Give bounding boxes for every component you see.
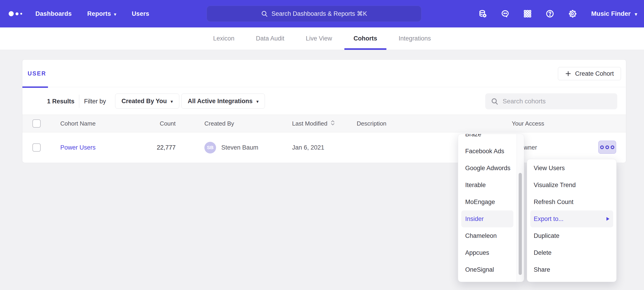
global-search-placeholder: Search Dashboards & Reports ⌘K: [272, 10, 367, 17]
row-context-menu: View Users Visualize Trend Refresh Count: [527, 159, 616, 282]
plus-icon: [565, 70, 572, 77]
filter-row: 1 Results Filter by Created By You ▾ All…: [22, 93, 626, 109]
context-menu-item[interactable]: View Users: [527, 160, 616, 177]
feedback-bubble-icon[interactable]: [501, 9, 510, 18]
row-actions-button[interactable]: [598, 141, 616, 154]
divider: [79, 95, 79, 108]
scrollbar-thumb[interactable]: [519, 173, 522, 275]
top-navbar: Dashboards ▾ Reports ▾ Users ▾ Search Da…: [0, 0, 644, 28]
submenu-arrow-icon: [606, 217, 610, 221]
integrations-filter-dropdown[interactable]: All Active Integrations ▾: [181, 94, 265, 109]
table-header-row: Cohort Name Count Created By Last Modifi…: [22, 115, 626, 132]
search-icon: [261, 10, 268, 17]
create-cohort-button[interactable]: Create Cohort: [558, 67, 621, 80]
export-target-item[interactable]: MoEngage: [458, 194, 524, 210]
cohorts-app: Dashboards ▾ Reports ▾ Users ▾ Search Da…: [0, 0, 644, 290]
row-checkbox[interactable]: [32, 143, 41, 152]
header-your-access: Your Access: [494, 115, 562, 132]
card-header: USER Create Cohort: [22, 60, 626, 87]
help-icon[interactable]: [546, 9, 554, 18]
logo-dot-1: [9, 11, 14, 16]
export-target-item[interactable]: Chameleon: [458, 227, 524, 244]
context-menu-item[interactable]: Visualize Trend: [527, 177, 616, 194]
section-tab[interactable]: Data Audit: [247, 28, 294, 50]
apps-grid-icon[interactable]: [523, 9, 532, 18]
ellipsis-dot: [611, 146, 614, 149]
nav-link[interactable]: Dashboards ▾: [36, 10, 72, 17]
description-cell: [357, 132, 448, 163]
header-count: Count: [118, 115, 176, 132]
results-count: 1 Results: [47, 93, 74, 109]
created-by-filter-dropdown[interactable]: Created By You ▾: [115, 94, 179, 109]
logo-dot-3: [20, 13, 22, 15]
section-tab[interactable]: Cohorts: [344, 28, 386, 50]
nav-links: Dashboards ▾ Reports ▾ Users ▾: [36, 0, 149, 28]
active-tab-underline: [22, 86, 48, 88]
cohort-count: 22,777: [118, 132, 176, 163]
nav-link[interactable]: Users ▾: [132, 10, 149, 17]
data-management-icon[interactable]: [478, 9, 487, 18]
export-target-item[interactable]: Facebook Ads: [458, 143, 524, 160]
select-all-checkbox[interactable]: [32, 119, 41, 128]
global-search-input[interactable]: Search Dashboards & Reports ⌘K: [207, 6, 421, 22]
created-by-name: Steven Baum: [221, 144, 258, 151]
ellipsis-dot: [600, 146, 604, 149]
export-target-item[interactable]: Braze: [458, 134, 524, 143]
project-name: Music Finder: [591, 10, 631, 17]
section-tab[interactable]: Integrations: [390, 28, 440, 50]
section-tab[interactable]: Lexicon: [204, 28, 244, 50]
header-created-by: Created By: [204, 115, 296, 132]
cohort-name-link[interactable]: Power Users: [60, 144, 96, 151]
scrollbar-track[interactable]: [516, 134, 524, 281]
export-target-item[interactable]: Insider: [461, 210, 513, 227]
tab-user-cohorts[interactable]: USER: [28, 60, 46, 87]
last-modified-cell: Jan 6, 2021: [292, 132, 360, 163]
context-menu-item[interactable]: Duplicate: [527, 227, 616, 244]
export-target-item[interactable]: OneSignal: [458, 261, 524, 278]
context-menu-item[interactable]: Refresh Count: [527, 194, 616, 210]
search-cohorts-input[interactable]: Search cohorts: [485, 93, 617, 109]
sort-icon[interactable]: [330, 120, 335, 128]
context-menu-item[interactable]: Delete: [527, 244, 616, 261]
export-target-item[interactable]: Appcues: [458, 244, 524, 261]
context-menu-item[interactable]: Share: [527, 261, 616, 278]
chevron-down-icon: ▾: [171, 99, 173, 104]
section-tab[interactable]: Live View: [297, 28, 341, 50]
export-to-submenu: Braze Facebook Ads Google Adwords Iterab…: [458, 134, 524, 282]
chevron-down-icon: ▾: [114, 12, 116, 17]
chevron-down-icon: ▾: [635, 12, 637, 17]
navbar-actions: Music Finder ▾: [478, 0, 637, 28]
nav-link[interactable]: Reports ▾: [87, 10, 116, 17]
project-switcher[interactable]: Music Finder ▾: [591, 10, 637, 17]
chevron-down-icon: ▾: [256, 99, 258, 104]
table-row: Power Users 22,777 SB Steven Baum Jan 6,…: [22, 132, 626, 163]
created-by-cell: SB Steven Baum: [204, 132, 296, 163]
filter-by-label: Filter by: [84, 93, 106, 109]
export-target-item[interactable]: Google Adwords: [458, 160, 524, 177]
export-target-item[interactable]: Iterable: [458, 177, 524, 194]
cohorts-card: USER Create Cohort 1 Results Filter by C…: [22, 59, 626, 162]
context-menu-item[interactable]: Export to...: [530, 210, 613, 227]
avatar: SB: [204, 142, 216, 154]
section-tabs: Lexicon Data Audit Live View Cohorts Int…: [0, 28, 644, 50]
header-description: Description: [357, 115, 448, 132]
ellipsis-dot: [606, 146, 609, 149]
header-last-modified[interactable]: Last Modified: [292, 115, 360, 132]
settings-gear-icon[interactable]: [568, 9, 577, 18]
search-icon: [491, 98, 498, 105]
mixpanel-logo-icon[interactable]: [9, 0, 22, 28]
logo-dot-2: [16, 12, 18, 15]
search-cohorts-placeholder: Search cohorts: [503, 98, 546, 105]
